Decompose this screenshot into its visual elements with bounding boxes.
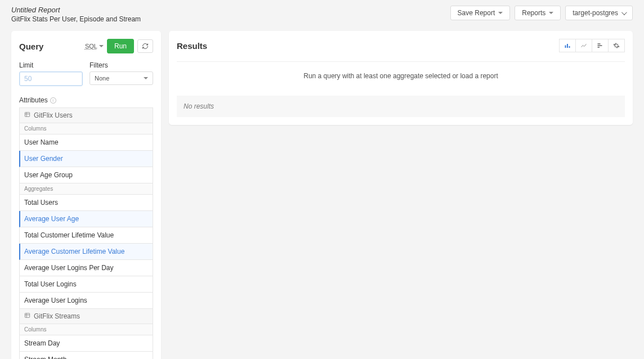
- filters-label: Filters: [90, 61, 153, 69]
- attribute-item[interactable]: User Gender: [19, 151, 153, 167]
- attribute-sub-header: Columns: [19, 324, 153, 335]
- report-title: Untitled Report: [11, 6, 141, 14]
- chevron-down-icon: [498, 12, 503, 14]
- filters-value: None: [95, 75, 109, 82]
- attribute-item[interactable]: Average User Age: [19, 211, 153, 227]
- svg-rect-12: [598, 43, 601, 44]
- table-icon: [24, 111, 30, 119]
- sql-link[interactable]: SQL: [85, 43, 104, 50]
- attribute-item[interactable]: Average Customer Lifetime Value: [19, 244, 153, 260]
- bar-chart-icon: [564, 42, 571, 49]
- results-placeholder: Run a query with at least one aggregate …: [177, 72, 625, 80]
- horizontal-bar-icon: [597, 42, 603, 49]
- query-panel: Query SQL Run Limit: [11, 31, 161, 359]
- chart-horizontal-button[interactable]: [592, 39, 609, 52]
- attribute-item[interactable]: Total Users: [19, 195, 153, 211]
- svg-rect-0: [25, 113, 29, 116]
- attribute-item[interactable]: User Age Group: [19, 167, 153, 183]
- report-subtitle: GitFlix Stats Per User, Episode and Stre…: [11, 15, 141, 23]
- table-icon: [24, 312, 30, 320]
- group-label: GitFlix Users: [34, 111, 73, 119]
- page-header: Untitled Report GitFlix Stats Per User, …: [11, 6, 633, 23]
- save-report-label: Save Report: [458, 9, 495, 17]
- svg-rect-3: [25, 313, 29, 317]
- attribute-item[interactable]: Total Customer Lifetime Value: [19, 227, 153, 244]
- reports-label: Reports: [522, 9, 545, 17]
- attribute-item[interactable]: Total User Logins: [19, 276, 153, 293]
- attributes-label: Attributes i: [19, 96, 153, 104]
- attribute-item[interactable]: Average User Logins: [19, 293, 153, 309]
- svg-rect-13: [598, 45, 602, 46]
- chevron-down-icon: [549, 12, 553, 14]
- no-results-message: No results: [177, 96, 625, 117]
- svg-rect-11: [569, 46, 570, 48]
- attribute-group-header[interactable]: GitFlix Streams: [19, 309, 153, 324]
- attribute-sub-header: Columns: [19, 123, 153, 134]
- chevron-down-icon: [144, 77, 148, 79]
- attribute-item[interactable]: Stream Day: [19, 335, 153, 352]
- limit-label: Limit: [19, 61, 83, 69]
- chart-line-button[interactable]: [576, 39, 592, 52]
- filters-select[interactable]: None: [90, 71, 153, 85]
- results-panel: Results Run: [169, 31, 633, 125]
- group-label: GitFlix Streams: [34, 312, 80, 320]
- chevron-down-icon: [99, 45, 104, 47]
- gear-icon: [613, 42, 620, 49]
- svg-rect-10: [567, 44, 568, 48]
- attribute-item[interactable]: Stream Month: [19, 352, 153, 359]
- svg-rect-14: [598, 47, 600, 48]
- chart-settings-button[interactable]: [609, 39, 625, 52]
- line-chart-icon: [580, 42, 587, 49]
- target-select-button[interactable]: target-postgres: [565, 6, 633, 20]
- limit-input[interactable]: [19, 71, 83, 86]
- attribute-item[interactable]: User Name: [19, 134, 153, 151]
- attribute-sub-header: Aggregates: [19, 183, 153, 195]
- attribute-item[interactable]: Average User Logins Per Day: [19, 260, 153, 276]
- attribute-group-header[interactable]: GitFlix Users: [19, 107, 153, 123]
- chevron-down-icon: [621, 10, 627, 15]
- query-title: Query: [19, 42, 43, 51]
- target-label: target-postgres: [573, 9, 618, 17]
- refresh-button[interactable]: [137, 39, 153, 53]
- run-button[interactable]: Run: [107, 39, 134, 53]
- divider: [177, 61, 625, 62]
- refresh-icon: [142, 43, 149, 50]
- info-icon: i: [50, 97, 56, 104]
- results-title: Results: [177, 41, 207, 51]
- save-report-button[interactable]: Save Report: [450, 6, 511, 20]
- chart-bar-button[interactable]: [559, 39, 576, 52]
- reports-button[interactable]: Reports: [515, 6, 561, 20]
- svg-rect-9: [565, 46, 566, 48]
